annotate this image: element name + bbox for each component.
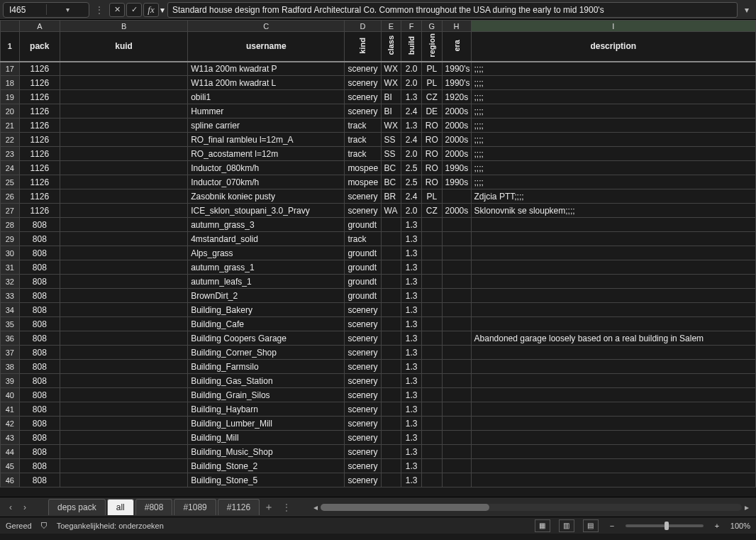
cell[interactable] — [471, 402, 755, 417]
cell[interactable] — [442, 360, 471, 374]
cell[interactable] — [60, 374, 187, 388]
zoom-slider[interactable] — [626, 524, 704, 527]
cell[interactable]: scenery — [345, 346, 381, 360]
cell[interactable] — [60, 90, 187, 104]
cell[interactable]: scenery — [345, 331, 381, 346]
cell[interactable]: spline carrier — [188, 119, 345, 133]
cell[interactable]: 1.3 — [401, 90, 422, 104]
cell[interactable]: W11a 200m kwadrat P — [188, 62, 345, 76]
accessibility-icon[interactable]: ⛉ — [40, 522, 48, 530]
cell[interactable]: 1.3 — [401, 445, 422, 459]
cell[interactable]: 2.0 — [401, 76, 422, 90]
scroll-left-icon[interactable]: ◂ — [311, 502, 321, 512]
cell[interactable]: BR — [381, 189, 401, 204]
cell[interactable] — [60, 175, 187, 189]
row-number[interactable]: 40 — [1, 388, 20, 402]
header-description[interactable]: description — [471, 32, 755, 62]
cell[interactable] — [381, 218, 401, 232]
header-username[interactable]: username — [188, 32, 345, 62]
cell[interactable] — [442, 374, 471, 388]
cell[interactable] — [442, 431, 471, 445]
cell[interactable]: scenery — [345, 374, 381, 388]
cell[interactable]: 1.3 — [401, 232, 422, 246]
cell[interactable] — [421, 388, 442, 402]
cell[interactable] — [442, 246, 471, 260]
cell[interactable] — [421, 275, 442, 289]
cell[interactable] — [60, 445, 187, 459]
zoom-in-button[interactable]: + — [712, 522, 722, 530]
row-number[interactable]: 18 — [1, 76, 20, 90]
cell[interactable] — [381, 459, 401, 473]
cell[interactable]: groundt — [345, 246, 381, 260]
row-number[interactable]: 21 — [1, 119, 20, 133]
row-number[interactable]: 22 — [1, 133, 20, 147]
cell[interactable]: 808 — [19, 232, 60, 246]
cell[interactable] — [471, 388, 755, 402]
cell[interactable] — [60, 275, 187, 289]
row-number[interactable]: 31 — [1, 260, 20, 275]
cell[interactable]: 2.0 — [401, 204, 422, 218]
status-accessibility[interactable]: Toegankelijkheid: onderzoeken — [57, 522, 164, 530]
view-pagebreak-icon[interactable]: ▤ — [583, 519, 599, 532]
cell[interactable]: groundt — [345, 289, 381, 303]
cell[interactable]: WX — [381, 62, 401, 76]
cell[interactable] — [442, 402, 471, 417]
zoom-level[interactable]: 100% — [730, 522, 750, 530]
cell[interactable]: groundt — [345, 260, 381, 275]
cell[interactable] — [60, 62, 187, 76]
cell[interactable]: groundt — [345, 275, 381, 289]
cell[interactable]: 808 — [19, 459, 60, 473]
cell[interactable]: 2000s — [442, 119, 471, 133]
view-normal-icon[interactable]: ▦ — [535, 519, 550, 532]
row-number[interactable]: 20 — [1, 104, 20, 119]
cell[interactable] — [60, 246, 187, 260]
cell[interactable] — [381, 232, 401, 246]
cell[interactable]: 1920s — [442, 90, 471, 104]
cell[interactable] — [442, 189, 471, 204]
cell[interactable]: CZ — [421, 90, 442, 104]
cell[interactable]: 2.0 — [401, 147, 422, 161]
sheet-tab[interactable]: all — [107, 499, 134, 515]
cell[interactable]: PL — [421, 76, 442, 90]
cell[interactable]: scenery — [345, 388, 381, 402]
row-number[interactable]: 32 — [1, 275, 20, 289]
cell[interactable]: 808 — [19, 374, 60, 388]
cell[interactable]: groundt — [345, 218, 381, 232]
view-pagelayout-icon[interactable]: ▥ — [559, 519, 574, 532]
cell[interactable]: RO — [421, 175, 442, 189]
select-all-corner[interactable] — [1, 21, 20, 32]
cell[interactable]: 1.3 — [401, 331, 422, 346]
cell[interactable]: 1126 — [19, 76, 60, 90]
cell[interactable] — [60, 303, 187, 317]
cell[interactable]: CZ — [421, 204, 442, 218]
cell[interactable] — [442, 417, 471, 431]
cell[interactable]: 2000s — [442, 104, 471, 119]
cell[interactable] — [60, 133, 187, 147]
cell[interactable]: DE — [421, 104, 442, 119]
cell[interactable] — [381, 331, 401, 346]
cell[interactable]: RO — [421, 147, 442, 161]
cell[interactable] — [381, 431, 401, 445]
cell[interactable]: track — [345, 232, 381, 246]
cell[interactable] — [421, 246, 442, 260]
cell[interactable] — [421, 445, 442, 459]
cell[interactable]: PL — [421, 62, 442, 76]
cell[interactable]: 4mstandard_solid — [188, 232, 345, 246]
cell[interactable]: ;;;; — [471, 119, 755, 133]
cell[interactable]: 1990's — [442, 62, 471, 76]
cell[interactable]: 1990s — [442, 175, 471, 189]
cell[interactable]: RO — [421, 133, 442, 147]
cell[interactable]: 1126 — [19, 175, 60, 189]
cell[interactable] — [381, 388, 401, 402]
cell[interactable]: 808 — [19, 331, 60, 346]
cell[interactable] — [381, 289, 401, 303]
cell[interactable]: Building_Cafe — [188, 317, 345, 331]
cell[interactable]: ;;;; — [471, 161, 755, 175]
cell[interactable]: 808 — [19, 303, 60, 317]
cell[interactable] — [442, 346, 471, 360]
cell[interactable]: SS — [381, 133, 401, 147]
cell[interactable] — [471, 246, 755, 260]
row-number[interactable]: 45 — [1, 459, 20, 473]
cell[interactable]: RO — [421, 119, 442, 133]
row-number[interactable]: 37 — [1, 346, 20, 360]
